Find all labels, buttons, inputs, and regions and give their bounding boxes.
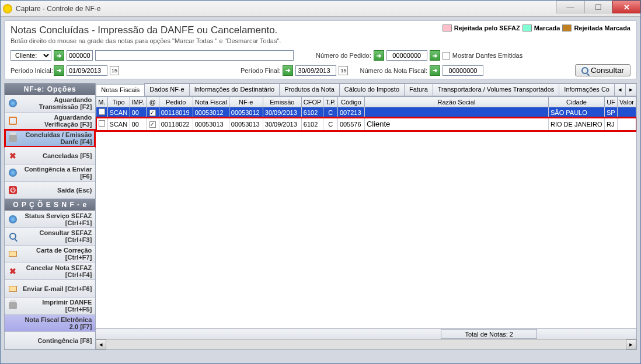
nota-input[interactable] (443, 65, 483, 76)
sidebar-item-imprimir-danfe[interactable]: Imprimir DANFE [Ctrl+F5] (5, 298, 95, 315)
consultar-button[interactable]: Consultar (575, 64, 630, 76)
sidebar-item-saida[interactable]: ⏻Saída (Esc) (5, 182, 95, 200)
cancel-icon: ✖ (9, 267, 16, 276)
cancel-icon: ✖ (9, 151, 16, 160)
legend-label-marked: Marcada (534, 24, 560, 32)
col-uf[interactable]: UF (605, 97, 618, 107)
col-imp[interactable]: IMP. (130, 97, 146, 107)
sidebar-item-aguardando-transmissao[interactable]: Aguardando Transmissão [F2] (5, 95, 95, 113)
cliente-code-input[interactable] (67, 50, 93, 61)
nota-go-button[interactable]: ➔ (430, 65, 440, 76)
table-row[interactable]: SCAN 00 ✓ 00118019 00053012 00053012 30/… (96, 107, 636, 118)
col-nfe[interactable]: NF-e (229, 97, 263, 107)
periodo-ini-input[interactable] (67, 65, 107, 76)
col-razao[interactable]: Razão Social (364, 97, 548, 107)
mail-icon (9, 251, 17, 257)
sidebar-item-enviar-email[interactable]: Enviar E-mail [Ctrl+F6] (5, 280, 95, 298)
nota-label: Número da Nota Fiscal: (360, 67, 427, 74)
search-icon (9, 233, 16, 240)
mostrar-checkbox[interactable] (443, 52, 450, 60)
tabs: Notas Fiscais Dados NF-e Informações do … (96, 83, 636, 96)
tab-fatura[interactable]: Fatura (404, 83, 433, 96)
minimize-button[interactable]: — (556, 1, 584, 13)
status-bar: Total de Notas: 2 (96, 328, 636, 339)
titlebar: Captare - Controle de NF-e — ☐ ✕ (1, 1, 640, 17)
tab-notas-fiscais[interactable]: Notas Fiscais (96, 84, 145, 96)
cliente-name-input[interactable] (95, 50, 294, 61)
consultar-label: Consultar (591, 66, 624, 75)
pedido-go-button[interactable]: ➔ (374, 50, 384, 61)
scroll-left-button[interactable]: ◂ (96, 340, 106, 349)
periodo-fim-calendar-icon[interactable]: 15 (339, 66, 348, 75)
sidebar-item-carta-correcao[interactable]: Carta de Correção [Ctrl+F7] (5, 246, 95, 263)
scroll-track[interactable] (106, 340, 626, 349)
tab-transportadora[interactable]: Transportadora / Volumes Transportados (433, 83, 560, 96)
header-panel: Rejeitada pelo SEFAZ Marcada Rejeitada M… (4, 20, 637, 79)
periodo-ini-label: Período Inicial: (11, 67, 51, 74)
legend-label-rejected-marked: Rejeitada Marcada (574, 24, 630, 32)
legend-label-rejected: Rejeitada pelo SEFAZ (454, 24, 520, 32)
maximize-button[interactable]: ☐ (584, 1, 612, 13)
sidebar-item-status-sefaz[interactable]: Status Serviço SEFAZ [Ctrl+F1] (5, 211, 95, 228)
sidebar-item-aguardando-verificacao[interactable]: Aguardando Verificação [F3] (5, 113, 95, 130)
periodo-fim-label: Período Final: (241, 67, 280, 74)
tab-produtos[interactable]: Produtos da Nota (279, 83, 340, 96)
cliente-go-button[interactable]: ➔ (54, 50, 64, 61)
periodo-ini-calendar-icon[interactable]: 15 (110, 66, 119, 75)
sidebar-item-nfe-20[interactable]: Nota Fiscal Eletrônica 2.0 [F7] (5, 315, 95, 332)
filter-row-1: Cliente: ➔ Número do Pedido: ➔ ➔ Mostrar… (11, 49, 630, 62)
legend-swatch-marked (522, 24, 532, 32)
tab-calculo-imposto[interactable]: Cálculo do Imposto (339, 83, 405, 96)
col-tp[interactable]: T.P. (323, 97, 338, 107)
power-icon: ⏻ (9, 186, 17, 194)
tab-scroll-left[interactable]: ◂ (614, 83, 626, 96)
legend-swatch-rejected (443, 24, 452, 32)
globe-icon (9, 215, 17, 223)
tab-dados-nfe[interactable]: Dados NF-e (144, 83, 189, 96)
sidebar-header-1: NF-e: Opções (5, 83, 95, 95)
tab-info-complementar[interactable]: Informações Co (559, 83, 615, 96)
row-at-checkbox[interactable]: ✓ (149, 110, 156, 116)
col-codigo[interactable]: Código (337, 97, 364, 107)
table-row[interactable]: SCAN 00 ✓ 00118022 00053013 00053013 30/… (96, 118, 636, 131)
pedido-input[interactable] (386, 50, 427, 61)
scroll-right-button[interactable]: ▸ (626, 340, 636, 349)
col-tipo[interactable]: Tipo (107, 97, 130, 107)
cliente-select[interactable]: Cliente: (11, 50, 51, 61)
notas-table: M. Tipo IMP. @ Pedido Nota Fiscal NF-e E… (96, 96, 636, 131)
col-pedido[interactable]: Pedido (159, 97, 193, 107)
sidebar-item-concluidas[interactable]: Concluídas / Emissão Danfe [F4] (5, 130, 95, 147)
row-m-checkbox[interactable] (99, 108, 105, 115)
periodo-fim-input[interactable] (295, 65, 336, 76)
sidebar-item-contingencia[interactable]: Contingência [F8] (5, 332, 95, 349)
app-icon (3, 4, 12, 13)
globe-icon (9, 99, 17, 107)
tab-scroll-right[interactable]: ▸ (625, 83, 637, 96)
pedido-label: Número do Pedido: (316, 52, 371, 59)
col-m[interactable]: M. (96, 97, 107, 107)
row-at-checkbox[interactable]: ✓ (149, 121, 156, 128)
periodo-ini-go-button[interactable]: ➔ (54, 65, 64, 76)
col-valor[interactable]: Valor (618, 97, 636, 107)
window-title: Captare - Controle de NF-e (16, 5, 100, 13)
sidebar-item-canceladas[interactable]: ✖Canceladas [F5] (5, 147, 95, 164)
grid[interactable]: M. Tipo IMP. @ Pedido Nota Fiscal NF-e E… (96, 96, 636, 328)
row-m-checkbox[interactable] (99, 120, 105, 127)
tab-info-destinatario[interactable]: Informações do Destinatário (189, 83, 280, 96)
col-emissao[interactable]: Emissão (263, 97, 301, 107)
close-button[interactable]: ✕ (612, 1, 640, 13)
verify-icon (9, 117, 17, 125)
periodo-fim-go-button[interactable]: ➔ (283, 65, 293, 76)
print-icon (9, 302, 17, 309)
sidebar-item-cancelar-sefaz[interactable]: ✖Cancelar Nota SEFAZ [Ctrl+F4] (5, 262, 95, 280)
mostrar-go-button[interactable]: ➔ (430, 50, 440, 61)
sidebar-item-consultar-sefaz[interactable]: Consultar SEFAZ [Ctrl+F3] (5, 228, 95, 246)
col-cfop[interactable]: CFOP (301, 97, 323, 107)
col-at[interactable]: @ (146, 97, 159, 107)
sidebar-item-contingencia-enviar[interactable]: Contingência a Enviar [F6] (5, 164, 95, 182)
filter-row-2: Período Inicial: ➔ 15 Período Final: ➔ 1… (11, 63, 630, 78)
horizontal-scrollbar[interactable]: ◂ ▸ (96, 339, 636, 349)
col-cidade[interactable]: Cidade (549, 97, 605, 107)
globe-icon (9, 169, 17, 177)
col-nota[interactable]: Nota Fiscal (193, 97, 229, 107)
